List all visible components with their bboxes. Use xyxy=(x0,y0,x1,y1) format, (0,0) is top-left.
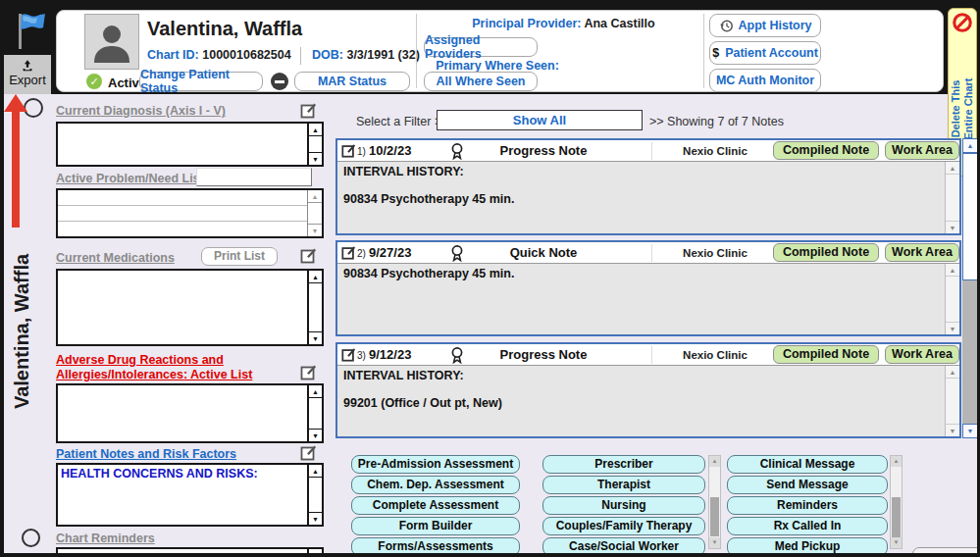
couples-family-therapy-button[interactable]: Couples/Family Therapy xyxy=(542,517,705,535)
change-patient-status-button[interactable]: Change Patient Status xyxy=(139,72,263,91)
edit-patient-notes-icon[interactable] xyxy=(300,444,317,465)
filter-label: Select a Filter >> xyxy=(356,115,449,128)
compiled-note-button[interactable]: Compiled Note xyxy=(773,345,879,364)
listbox-scrollbar[interactable]: ▲ ▼ xyxy=(307,465,322,525)
scroll-up-icon[interactable]: ▲ xyxy=(891,456,902,467)
prescriber-button[interactable]: Prescriber xyxy=(542,455,705,474)
reminders-button[interactable]: Reminders xyxy=(727,496,888,515)
note-body[interactable]: INTERVAL HISTORY: 99201 (Office / Out pt… xyxy=(337,366,959,436)
scroll-down-icon[interactable]: ▼ xyxy=(309,331,322,344)
patient-notes-label[interactable]: Patient Notes and Risk Factors xyxy=(56,447,236,461)
scroll-up-icon[interactable]: ▲ xyxy=(709,456,720,467)
work-area-button[interactable]: Work Area xyxy=(885,345,959,364)
current-medications-listbox[interactable]: ▲ ▼ xyxy=(56,269,324,346)
pre-admission-assessment-button[interactable]: Pre-Admission Assessment xyxy=(351,455,520,474)
quick-buttons-scrollbar[interactable]: ▲ ▼ xyxy=(708,455,721,549)
note-body-line: INTERVAL HISTORY: xyxy=(343,369,464,382)
quick-buttons-scrollbar[interactable]: ▲ ▼ xyxy=(890,455,903,549)
scroll-up-icon[interactable]: ▲ xyxy=(962,138,978,153)
edit-adr-icon[interactable] xyxy=(300,364,317,384)
avatar xyxy=(84,14,139,70)
note-header: 1) 10/2/23 Progress Note Nexio Clinic Co… xyxy=(337,140,959,162)
scroll-up-icon[interactable]: ▲ xyxy=(309,271,322,283)
send-message-button[interactable]: Send Message xyxy=(727,476,888,494)
complete-assessment-button[interactable]: Complete Assessment xyxy=(351,496,520,515)
listbox-scrollbar[interactable]: ▲ ▼ xyxy=(307,190,322,236)
scroll-down-icon[interactable]: ▼ xyxy=(309,429,322,441)
current-diagnosis-label[interactable]: Current Diagnosis (Axis I - V) xyxy=(56,104,226,118)
scroll-up-icon[interactable]: ▲ xyxy=(309,124,322,136)
flag-icon[interactable] xyxy=(16,12,47,55)
scroll-down-icon[interactable]: ▼ xyxy=(309,512,322,525)
note-scrollbar[interactable]: ▲ ▼ xyxy=(945,162,959,233)
clinical-message-button[interactable]: Clinical Message xyxy=(727,455,888,474)
red-arrow-shaft xyxy=(12,111,20,228)
scroll-up-icon[interactable]: ▲ xyxy=(308,190,322,203)
scroll-up-icon[interactable]: ▲ xyxy=(946,366,959,379)
scroll-down-icon[interactable]: ▼ xyxy=(309,152,322,165)
listbox-scrollbar[interactable]: ▲ ▼ xyxy=(307,385,322,441)
compiled-note-button[interactable]: Compiled Note xyxy=(773,141,879,160)
scroll-up-icon[interactable]: ▲ xyxy=(309,465,322,478)
chem-dep-assessment-button[interactable]: Chem. Dep. Assessment xyxy=(351,476,520,494)
chart-reminders-label[interactable]: Chart Reminders xyxy=(56,532,155,545)
notes-scrollbar[interactable]: ▲ ▼ xyxy=(962,138,978,438)
work-area-button[interactable]: Work Area xyxy=(885,243,959,262)
scroll-up-icon[interactable]: ▲ xyxy=(309,385,322,398)
note-date: 9/12/23 xyxy=(369,347,411,362)
minus-circle-icon[interactable] xyxy=(271,73,288,90)
edit-medications-icon[interactable] xyxy=(300,247,317,268)
divider xyxy=(651,142,652,160)
all-where-seen-button[interactable]: All Where Seen xyxy=(424,72,538,91)
scrollbar-thumb[interactable] xyxy=(710,497,719,536)
scroll-down-icon[interactable]: ▼ xyxy=(946,424,959,436)
edit-note-icon[interactable] xyxy=(341,347,356,366)
edit-diagnosis-icon[interactable] xyxy=(300,102,317,123)
scroll-down-icon[interactable]: ▼ xyxy=(946,221,959,233)
note-date: 10/2/23 xyxy=(369,143,411,158)
rx-called-in-button[interactable]: Rx Called In xyxy=(727,517,888,535)
scroll-up-icon[interactable]: ▲ xyxy=(946,162,959,175)
divider xyxy=(300,47,301,65)
active-problem-listbox[interactable]: ▲ ▼ xyxy=(56,188,324,238)
scroll-down-icon[interactable]: ▼ xyxy=(308,224,322,236)
avatar-person-icon xyxy=(90,20,133,65)
mc-auth-monitor-button[interactable]: MC Auth Monitor xyxy=(709,69,821,92)
note-scrollbar[interactable]: ▲ ▼ xyxy=(945,264,959,334)
nursing-button[interactable]: Nursing xyxy=(542,496,705,515)
scroll-down-icon[interactable]: ▼ xyxy=(946,322,959,334)
note-body[interactable]: INTERVAL HISTORY: 90834 Psychotherapy 45… xyxy=(337,162,959,233)
assigned-providers-button[interactable]: Assigned Providers xyxy=(424,37,538,57)
scroll-down-icon[interactable]: ▼ xyxy=(891,537,902,548)
scroll-up-icon[interactable]: ▲ xyxy=(946,264,959,277)
listbox-scrollbar[interactable]: ▲ ▼ xyxy=(307,124,322,165)
note-body[interactable]: 90834 Psychotherapy 45 min. ▲ ▼ xyxy=(337,264,959,334)
note-scrollbar[interactable]: ▲ ▼ xyxy=(945,366,959,436)
edit-note-icon[interactable] xyxy=(341,245,356,264)
scrollbar-thumb[interactable] xyxy=(962,153,978,280)
patient-account-button[interactable]: $ Patient Account xyxy=(709,41,821,65)
edit-note-icon[interactable] xyxy=(341,143,356,162)
current-medications-label[interactable]: Current Medications xyxy=(56,251,175,265)
divider xyxy=(703,14,704,88)
filter-dropdown[interactable]: Show All xyxy=(437,110,643,130)
current-diagnosis-listbox[interactable]: ▲ ▼ xyxy=(56,122,324,167)
scroll-down-icon[interactable]: ▼ xyxy=(962,424,978,438)
active-problem-quick-button[interactable] xyxy=(196,168,312,186)
therapist-button[interactable]: Therapist xyxy=(542,476,705,494)
scrollbar-thumb[interactable] xyxy=(892,497,901,538)
mar-status-button[interactable]: MAR Status xyxy=(294,72,410,91)
form-builder-button[interactable]: Form Builder xyxy=(351,517,520,535)
print-list-button[interactable]: Print List xyxy=(201,247,278,266)
export-button[interactable]: Export xyxy=(4,55,51,94)
appt-history-button[interactable]: Appt History xyxy=(709,14,821,37)
compiled-note-button[interactable]: Compiled Note xyxy=(773,243,879,262)
scroll-down-icon[interactable]: ▼ xyxy=(709,537,720,548)
adr-label-line2[interactable]: Allergies/Intolerances: Active List xyxy=(56,368,252,381)
adr-listbox[interactable]: ▲ ▼ xyxy=(56,383,324,443)
adr-label-line1[interactable]: Adverse Drug Reactions and xyxy=(56,353,224,367)
showing-count: >> Showing 7 of 7 Notes xyxy=(649,115,784,128)
active-problem-label[interactable]: Active Problem/Need List xyxy=(56,172,204,185)
listbox-scrollbar[interactable]: ▲ ▼ xyxy=(307,271,322,344)
work-area-button[interactable]: Work Area xyxy=(885,141,959,160)
